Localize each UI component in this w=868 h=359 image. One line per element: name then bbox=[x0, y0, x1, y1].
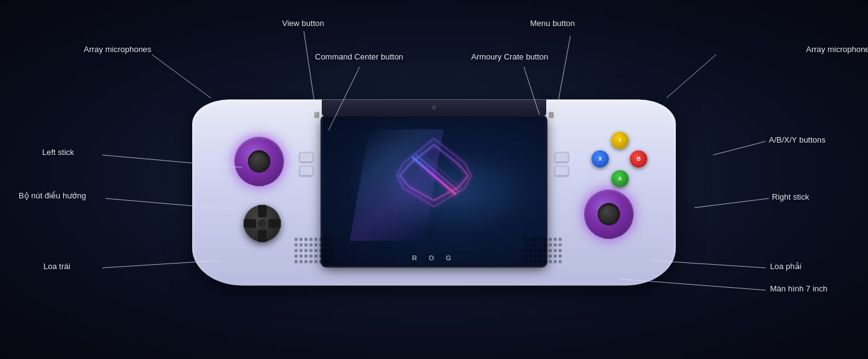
speaker-hole bbox=[539, 254, 542, 257]
speaker-hole bbox=[544, 260, 547, 263]
svg-line-13 bbox=[713, 141, 766, 155]
speaker-hole bbox=[539, 243, 542, 246]
speaker-hole bbox=[299, 243, 303, 246]
speaker-hole bbox=[544, 237, 547, 241]
speaker-hole bbox=[549, 249, 552, 252]
speaker-hole bbox=[319, 260, 322, 263]
speaker-hole bbox=[314, 249, 317, 252]
dpad-center bbox=[258, 219, 267, 228]
speaker-left bbox=[294, 237, 344, 272]
speaker-grille-left bbox=[294, 237, 344, 264]
speaker-hole bbox=[304, 249, 308, 252]
speaker-hole bbox=[324, 249, 327, 252]
right-stick-inner bbox=[598, 203, 620, 225]
speaker-hole bbox=[304, 260, 308, 263]
speaker-hole bbox=[559, 243, 562, 246]
speaker-hole bbox=[324, 260, 327, 263]
speaker-hole bbox=[309, 260, 312, 263]
speaker-hole bbox=[549, 243, 552, 246]
front-camera bbox=[432, 105, 436, 109]
speaker-hole bbox=[524, 260, 527, 263]
speaker-hole bbox=[324, 254, 327, 257]
b-button-visual: B bbox=[630, 150, 647, 167]
speaker-hole bbox=[534, 260, 537, 263]
speaker-hole bbox=[319, 249, 322, 252]
dpad-right bbox=[268, 219, 281, 228]
speaker-hole bbox=[329, 260, 332, 263]
right-stick[interactable] bbox=[584, 189, 634, 239]
speaker-hole bbox=[539, 237, 542, 241]
speaker-hole bbox=[299, 254, 303, 257]
speaker-hole bbox=[299, 237, 303, 241]
speaker-hole bbox=[319, 237, 322, 241]
speaker-hole bbox=[319, 254, 322, 257]
speaker-hole bbox=[524, 243, 527, 246]
speaker-hole bbox=[529, 249, 532, 252]
dpad-left bbox=[244, 219, 256, 228]
speaker-hole bbox=[329, 254, 332, 257]
speaker-hole bbox=[559, 249, 562, 252]
y-button[interactable]: Y bbox=[611, 131, 629, 149]
command-center-button[interactable] bbox=[299, 166, 313, 175]
mic-left-indicator bbox=[314, 112, 319, 118]
rog-text: R O G bbox=[412, 254, 456, 262]
view-button[interactable] bbox=[299, 152, 313, 162]
speaker-hole bbox=[329, 249, 332, 252]
speaker-hole bbox=[534, 243, 537, 246]
screen: R O G bbox=[322, 117, 546, 265]
dpad-down bbox=[258, 229, 267, 242]
speaker-hole bbox=[554, 237, 557, 241]
speaker-hole bbox=[549, 254, 552, 257]
speaker-hole bbox=[529, 237, 532, 241]
speaker-hole bbox=[294, 254, 298, 257]
left-stick[interactable] bbox=[234, 136, 284, 186]
speaker-hole bbox=[529, 260, 532, 263]
y-button-visual: Y bbox=[611, 131, 629, 149]
speaker-hole bbox=[544, 254, 547, 257]
speaker-hole bbox=[549, 237, 552, 241]
speaker-hole bbox=[549, 260, 552, 263]
dpad[interactable] bbox=[241, 202, 284, 245]
speaker-hole bbox=[299, 249, 303, 252]
speaker-hole bbox=[559, 254, 562, 257]
dpad-cross bbox=[244, 205, 281, 242]
speaker-hole bbox=[304, 243, 308, 246]
diagram-container: R O G bbox=[0, 0, 868, 359]
rog-logo-svg bbox=[378, 126, 490, 225]
screen-content: R O G bbox=[322, 117, 546, 265]
speaker-hole bbox=[309, 237, 312, 241]
speaker-hole bbox=[294, 243, 298, 246]
speaker-hole bbox=[554, 260, 557, 263]
mic-right-indicator bbox=[549, 112, 554, 118]
dpad-body bbox=[244, 205, 281, 242]
speaker-hole bbox=[319, 243, 322, 246]
speaker-hole bbox=[534, 237, 537, 241]
speaker-hole bbox=[309, 254, 312, 257]
speaker-hole bbox=[529, 243, 532, 246]
speaker-hole bbox=[294, 237, 298, 241]
x-button-visual: X bbox=[591, 150, 609, 167]
speaker-hole bbox=[539, 260, 542, 263]
center-left-buttons bbox=[299, 152, 313, 175]
a-button[interactable]: A bbox=[611, 170, 629, 187]
speaker-grille-right bbox=[524, 237, 574, 264]
speaker-hole bbox=[314, 243, 317, 246]
svg-line-14 bbox=[694, 198, 769, 208]
b-button[interactable]: B bbox=[630, 150, 647, 167]
speaker-hole bbox=[329, 237, 332, 241]
speaker-hole bbox=[544, 243, 547, 246]
speaker-hole bbox=[554, 243, 557, 246]
speaker-hole bbox=[544, 249, 547, 252]
menu-button[interactable] bbox=[555, 166, 569, 175]
speaker-hole bbox=[304, 254, 308, 257]
dpad-up bbox=[258, 205, 267, 217]
a-button-visual: A bbox=[611, 170, 629, 187]
armoury-crate-button[interactable] bbox=[555, 152, 569, 162]
speaker-hole bbox=[559, 260, 562, 263]
speaker-right bbox=[524, 237, 574, 272]
speaker-hole bbox=[324, 243, 327, 246]
svg-line-0 bbox=[412, 157, 456, 194]
x-button[interactable]: X bbox=[591, 150, 609, 167]
speaker-hole bbox=[524, 249, 527, 252]
speaker-hole bbox=[534, 249, 537, 252]
